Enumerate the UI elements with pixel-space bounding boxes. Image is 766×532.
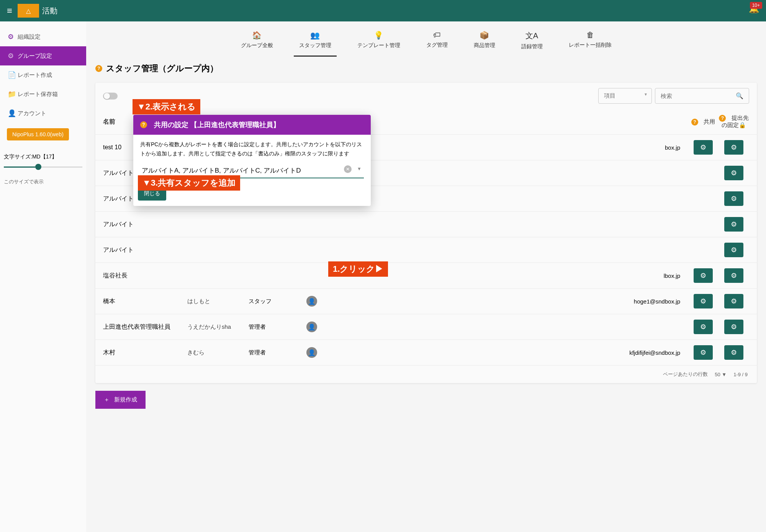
col-header-role: ?権限 xyxy=(249,118,298,126)
person-icon: 👤 xyxy=(306,347,317,358)
tab-product-mgmt[interactable]: 📦 商品管理 xyxy=(468,28,501,57)
cell-name: アルバイト xyxy=(103,195,187,203)
table-row: 木村 きむら 管理者 👤 kfjdifijfei@sndbox.jp ⚙ ⚙ xyxy=(95,340,757,366)
translate-icon: 文A xyxy=(525,31,538,41)
share-settings-button[interactable]: ⚙ xyxy=(694,140,713,155)
triangle-icon: △ xyxy=(26,7,31,15)
font-size-control: 文字サイズ:MD【17】 このサイズで表示 xyxy=(0,146,86,193)
search-box[interactable]: 🔍 xyxy=(655,88,749,104)
lock-settings-button[interactable]: ⚙ xyxy=(724,243,743,257)
col-header-state: ?状態 xyxy=(298,118,325,126)
cell-name: アルバイト xyxy=(103,220,187,228)
cell-name: 橋本 xyxy=(103,297,187,305)
home-icon: 🏠 xyxy=(252,31,262,40)
table-row: アルバイト ⚙ xyxy=(95,237,757,263)
tab-label: タグ管理 xyxy=(426,42,448,49)
share-settings-button[interactable]: ⚙ xyxy=(694,320,713,334)
tab-label: 商品管理 xyxy=(474,42,495,49)
tab-template-mgmt[interactable]: 💡 テンプレート管理 xyxy=(352,28,406,57)
share-settings-button[interactable]: ⚙ xyxy=(694,345,713,360)
lock-settings-button[interactable]: ⚙ xyxy=(724,191,743,206)
tab-bulk-delete[interactable]: 🗑 レポート一括削除 xyxy=(563,28,617,57)
tab-group-general[interactable]: 🏠 グループ全般 xyxy=(236,28,278,57)
trash-icon: 🗑 xyxy=(586,31,594,39)
section-heading: ? スタッフ管理（グループ内） xyxy=(86,57,766,80)
cell-name: test 10 xyxy=(103,144,187,151)
help-icon[interactable]: ? xyxy=(95,65,102,72)
cell-yomi: はしもと xyxy=(187,298,249,305)
cell-yomi: きむら xyxy=(187,349,249,356)
plus-icon: ＋ xyxy=(104,396,110,403)
column-select[interactable]: 項目 xyxy=(598,88,652,104)
col-header-share: ? 共用 xyxy=(688,118,719,126)
lightbulb-icon: 💡 xyxy=(374,31,383,40)
sidebar-item-group-settings[interactable]: ⚙ グループ設定 xyxy=(0,46,86,65)
tab-label: テンプレート管理 xyxy=(357,42,400,49)
cell-name: 塩谷社長 xyxy=(103,272,187,280)
tab-label: レポート一括削除 xyxy=(569,42,612,49)
select-label: 項目 xyxy=(604,92,615,99)
sidebar-item-org-settings[interactable]: ⚙ 組織設定 xyxy=(0,27,86,46)
lock-settings-button[interactable]: ⚙ xyxy=(724,140,743,155)
table-row: 橋本 はしもと スタッフ 👤 hoge1@sndbox.jp ⚙ ⚙ xyxy=(95,289,757,314)
sidebar-item-label: レポート保存箱 xyxy=(18,91,58,98)
pager: ページあたりの行数 50 ▼ 1-9 / 9 xyxy=(95,366,757,383)
col-header-lock: ? 提出先の固定🔒 xyxy=(719,114,749,129)
search-icon: 🔍 xyxy=(736,92,743,100)
tabs: 🏠 グループ全般 👥 スタッフ管理 💡 テンプレート管理 🏷 タグ管理 📦 商品… xyxy=(86,21,766,57)
tab-label: グループ全般 xyxy=(241,42,273,49)
sidebar-item-label: グループ設定 xyxy=(18,52,52,60)
font-size-label: 文字サイズ:MD【17】 xyxy=(4,153,82,160)
sidebar-item-label: アカウント xyxy=(18,110,46,117)
main-content: 🏠 グループ全般 👥 スタッフ管理 💡 テンプレート管理 🏷 タグ管理 📦 商品… xyxy=(86,21,766,532)
tab-tag-mgmt[interactable]: 🏷 タグ管理 xyxy=(421,28,453,57)
col-header-name: 名前 xyxy=(103,118,187,126)
tab-staff-mgmt[interactable]: 👥 スタッフ管理 xyxy=(294,28,337,57)
lock-settings-button[interactable]: ⚙ xyxy=(724,217,743,232)
lock-settings-button[interactable]: ⚙ xyxy=(724,294,743,308)
table-row: 塩谷社長 lbox.jp ⚙ ⚙ xyxy=(95,263,757,289)
menu-button[interactable]: ≡ xyxy=(4,2,15,19)
notifications-button[interactable]: 🔔 10+ xyxy=(749,4,759,14)
gear-icon: ⚙ xyxy=(8,33,18,41)
cell-email: box.jp xyxy=(325,144,688,151)
cell-yomi: うえだかんりsha xyxy=(187,323,249,331)
cell-state: 👤 xyxy=(298,296,325,307)
search-input[interactable] xyxy=(661,93,733,99)
sidebar-item-report-box[interactable]: 📁 レポート保存箱 xyxy=(0,85,86,104)
cube-icon: 📦 xyxy=(480,31,489,40)
share-settings-button[interactable]: ⚙ xyxy=(694,294,713,308)
logo: △ xyxy=(18,4,39,18)
table-row: test 10 box.jp ⚙ ⚙ xyxy=(95,135,757,160)
new-button[interactable]: ＋ 新規作成 xyxy=(95,391,146,409)
tab-label: 語録管理 xyxy=(521,43,543,50)
person-icon: 👤 xyxy=(306,321,317,332)
person-icon: 👤 xyxy=(8,109,18,117)
cell-name: 上田進也代表管理職社員 xyxy=(103,323,187,331)
tag-icon: 🏷 xyxy=(433,31,441,39)
folder-icon: 📁 xyxy=(8,90,18,98)
font-size-demo: このサイズで表示 xyxy=(4,178,82,185)
font-size-slider[interactable] xyxy=(4,166,82,168)
sidebar-item-account[interactable]: 👤 アカウント xyxy=(0,104,86,123)
cell-state: 👤 xyxy=(298,347,325,358)
sidebar: ⚙ 組織設定 ⚙ グループ設定 📄 レポート作成 📁 レポート保存箱 👤 アカウ… xyxy=(0,21,86,532)
sidebar-item-report-create[interactable]: 📄 レポート作成 xyxy=(0,65,86,85)
cell-state: 👤 xyxy=(298,321,325,332)
col-header-email: ? EMAIL xyxy=(325,118,688,126)
rows-per-page-select[interactable]: 50 ▼ xyxy=(715,372,727,377)
view-toggle[interactable] xyxy=(103,93,118,100)
lock-settings-button[interactable]: ⚙ xyxy=(724,345,743,360)
sidebar-item-label: レポート作成 xyxy=(18,72,52,79)
lock-settings-button[interactable]: ⚙ xyxy=(724,268,743,283)
share-settings-button[interactable]: ⚙ xyxy=(694,268,713,283)
staff-table-card: 項目 🔍 名前 ?権限 ?状態 ? EMAIL ? 共用 ? 提出先の固定🔒 t… xyxy=(95,83,757,383)
plus-file-icon: 📄 xyxy=(8,71,18,79)
cell-name: アルバイト xyxy=(103,246,187,254)
page-title: 活動 xyxy=(42,6,57,16)
cell-email: hoge1@sndbox.jp xyxy=(325,298,688,305)
lock-settings-button[interactable]: ⚙ xyxy=(724,320,743,334)
cell-role: 管理者 xyxy=(249,349,298,356)
tab-vocab-mgmt[interactable]: 文A 語録管理 xyxy=(516,28,548,57)
lock-settings-button[interactable]: ⚙ xyxy=(724,166,743,180)
